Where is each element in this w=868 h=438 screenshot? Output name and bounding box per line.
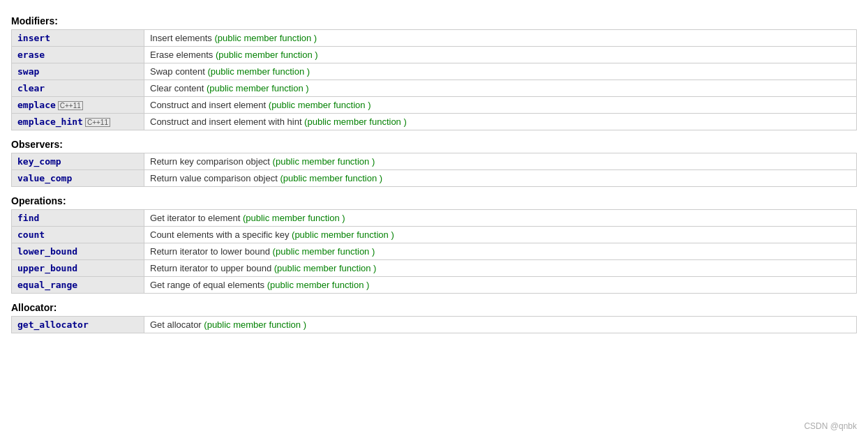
function-badge: (public member function )	[207, 66, 310, 77]
function-description: Return key comparison object (public mem…	[144, 153, 857, 170]
function-name[interactable]: upper_bound	[12, 260, 144, 277]
function-name[interactable]: emplace_hintC++11	[12, 114, 144, 130]
function-name[interactable]: lower_bound	[12, 243, 144, 260]
function-description: Return value comparison object (public m…	[144, 170, 857, 187]
function-name[interactable]: count	[12, 227, 144, 243]
function-badge: (public member function )	[267, 280, 370, 290]
function-badge: (public member function )	[273, 246, 375, 257]
function-description: Erase elements (public member function )	[144, 47, 857, 63]
function-description: Construct and insert element with hint (…	[144, 114, 857, 130]
function-description: Get allocator (public member function )	[144, 317, 857, 333]
section-title-allocator: Allocator:	[11, 302, 857, 313]
function-name[interactable]: swap	[12, 63, 144, 80]
function-badge: (public member function )	[273, 156, 375, 167]
function-name[interactable]: clear	[12, 80, 144, 97]
table-row: get_allocatorGet allocator (public membe…	[12, 317, 857, 333]
table-row: findGet iterator to element (public memb…	[12, 210, 857, 227]
function-badge: (public member function )	[215, 33, 317, 43]
function-badge: (public member function )	[274, 263, 377, 273]
section-title-operations: Operations:	[11, 195, 857, 206]
function-name[interactable]: emplaceC++11	[12, 97, 144, 114]
function-badge: (public member function )	[280, 173, 382, 183]
function-badge: (public member function )	[216, 50, 318, 60]
function-description: Clear content (public member function )	[144, 80, 857, 97]
function-name[interactable]: erase	[12, 47, 144, 63]
table-row: swapSwap content (public member function…	[12, 63, 857, 80]
table-allocator: get_allocatorGet allocator (public membe…	[11, 316, 857, 333]
function-name[interactable]: key_comp	[12, 153, 144, 170]
function-description: Insert elements (public member function …	[144, 30, 857, 47]
function-description: Swap content (public member function )	[144, 63, 857, 80]
cpp11-badge: C++11	[58, 101, 83, 110]
function-name[interactable]: find	[12, 210, 144, 227]
table-modifiers: insertInsert elements (public member fun…	[11, 29, 857, 130]
function-badge: (public member function )	[204, 319, 306, 330]
function-badge: (public member function )	[207, 83, 309, 93]
function-description: Return iterator to upper bound (public m…	[144, 260, 857, 277]
section-title-modifiers: Modifiers:	[11, 15, 857, 27]
function-badge: (public member function )	[269, 100, 371, 110]
function-name[interactable]: insert	[12, 30, 144, 47]
function-badge: (public member function )	[243, 213, 345, 223]
table-row: eraseErase elements (public member funct…	[12, 47, 857, 63]
function-name[interactable]: get_allocator	[12, 317, 144, 333]
table-row: emplaceC++11Construct and insert element…	[12, 97, 857, 114]
function-name[interactable]: value_comp	[12, 170, 144, 187]
function-description: Get range of equal elements (public memb…	[144, 277, 857, 294]
function-description: Construct and insert element (public mem…	[144, 97, 857, 114]
function-badge: (public member function )	[304, 116, 407, 127]
function-description: Get iterator to element (public member f…	[144, 210, 857, 227]
table-row: lower_boundReturn iterator to lower boun…	[12, 243, 857, 260]
cpp11-badge: C++11	[85, 118, 110, 127]
table-operations: findGet iterator to element (public memb…	[11, 209, 857, 294]
table-row: insertInsert elements (public member fun…	[12, 30, 857, 47]
function-badge: (public member function )	[292, 229, 394, 240]
table-row: key_compReturn key comparison object (pu…	[12, 153, 857, 170]
function-description: Count elements with a specific key (publ…	[144, 227, 857, 243]
section-title-observers: Observers:	[11, 139, 857, 150]
table-row: emplace_hintC++11Construct and insert el…	[12, 114, 857, 130]
table-row: upper_boundReturn iterator to upper boun…	[12, 260, 857, 277]
table-row: countCount elements with a specific key …	[12, 227, 857, 243]
table-row: equal_rangeGet range of equal elements (…	[12, 277, 857, 294]
function-description: Return iterator to lower bound (public m…	[144, 243, 857, 260]
table-row: value_compReturn value comparison object…	[12, 170, 857, 187]
table-observers: key_compReturn key comparison object (pu…	[11, 153, 857, 187]
table-row: clearClear content (public member functi…	[12, 80, 857, 97]
function-name[interactable]: equal_range	[12, 277, 144, 294]
